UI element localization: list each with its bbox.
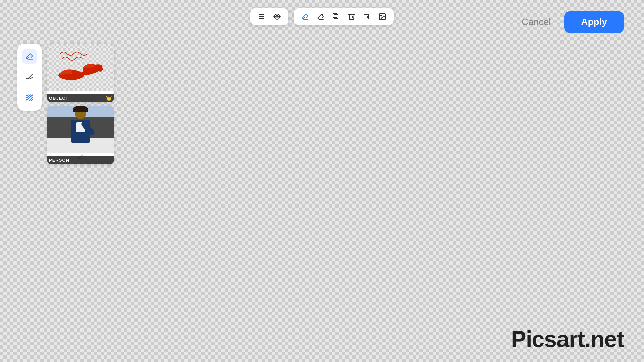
person-thumbnail [47,106,114,153]
objects-panel: OBJECT 👑 [47,44,114,164]
pattern-tool-button[interactable] [22,90,37,105]
svg-point-8 [277,16,277,17]
shoes-thumbnail [47,44,114,90]
apply-button[interactable]: Apply [564,11,624,33]
svg-point-4 [262,16,264,17]
target-icon[interactable] [272,11,282,22]
svg-rect-10 [333,14,337,18]
replace-image-icon[interactable] [377,11,388,22]
object-label-shoes: OBJECT 👑 [47,94,114,102]
cancel-button[interactable]: Cancel [515,14,557,30]
left-tools-panel [17,44,42,111]
svg-point-5 [260,18,262,19]
svg-rect-11 [365,15,368,17]
eraser-icon[interactable] [300,11,311,22]
trash-icon[interactable] [346,11,357,22]
svg-point-14 [28,78,29,79]
layers-icon[interactable] [331,11,341,22]
crop-icon[interactable] [362,11,372,22]
action-buttons: Cancel Apply [515,11,624,33]
toolbar-group-edit [294,8,394,25]
brush-tool-button[interactable] [22,70,37,84]
toolbar-group-settings [250,8,288,25]
svg-point-3 [260,14,261,15]
sliders-icon[interactable] [256,11,267,22]
cursor-indicator: ↙ [77,152,84,161]
crown-icon: 👑 [106,95,112,101]
object-card-shoes[interactable]: OBJECT 👑 [47,44,114,102]
svg-line-19 [31,99,33,101]
watermark: Picsart.net [511,326,624,352]
object-card-person[interactable]: PERSON ↙ [47,106,114,164]
svg-line-15 [26,95,29,96]
eraser-tool-button[interactable] [22,49,37,64]
magic-eraser-icon[interactable] [315,11,326,22]
svg-point-13 [381,15,382,16]
svg-rect-9 [334,15,338,19]
